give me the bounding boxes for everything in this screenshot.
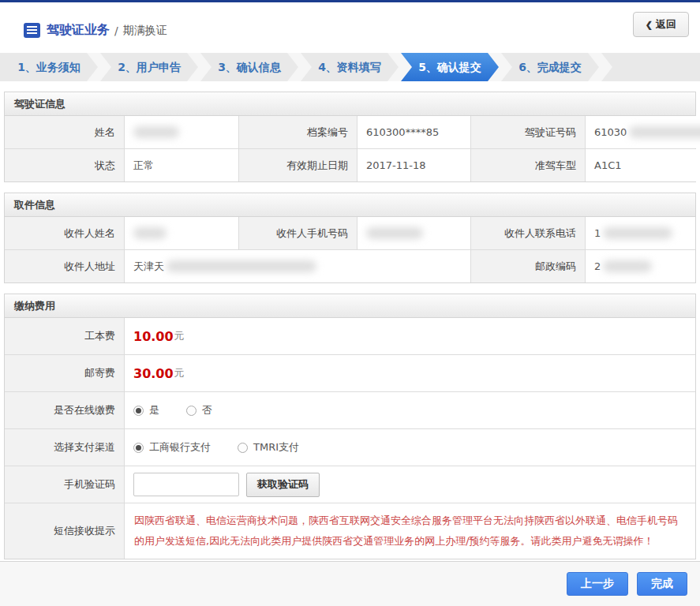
redacted-blur <box>603 260 652 272</box>
recipient-address-label: 收件人地址 <box>5 250 124 282</box>
step-4-fill-data: 4、资料填写 <box>301 53 399 81</box>
status-label: 状态 <box>5 149 124 181</box>
previous-step-button[interactable]: 上一步 <box>567 572 628 596</box>
sms-code-input[interactable] <box>133 473 239 496</box>
redacted-blur <box>133 126 179 138</box>
file-number-value: 610300****85 <box>357 116 470 148</box>
file-number-label: 档案编号 <box>239 116 357 148</box>
license-info-section: 驾驶证信息 姓名 档案编号 610300****85 驾驶证号码 61030 状… <box>4 92 696 182</box>
license-number-value: 61030 <box>586 116 700 148</box>
redacted-blur <box>167 260 316 272</box>
production-fee-amount: 10.00 <box>133 329 174 344</box>
step-6-complete-submit: 6、完成提交 <box>501 53 599 81</box>
step-wizard: 1、业务须知 2、用户申告 3、确认信息 4、资料填写 5、确认提交 6、完成提… <box>0 53 700 81</box>
online-payment-label: 是否在线缴费 <box>5 392 124 428</box>
postage-fee-amount: 30.00 <box>133 366 174 381</box>
sms-code-row: 获取验证码 <box>125 466 695 503</box>
back-button-label: 返回 <box>656 18 676 30</box>
name-value <box>125 116 238 148</box>
recipient-mobile-label: 收件人手机号码 <box>239 217 357 249</box>
recipient-phone-value: 1 <box>586 217 695 249</box>
radio-online-payment-yes[interactable] <box>133 406 144 416</box>
redacted-blur <box>603 227 672 239</box>
status-value: 正常 <box>125 149 238 181</box>
postal-code-value: 2 <box>586 250 695 282</box>
pickup-info-title: 取件信息 <box>5 193 695 217</box>
step-1-business-notice: 1、业务须知 <box>0 53 98 81</box>
redacted-blur <box>366 227 423 239</box>
sms-notice-message: 因陕西省联通、电信运营商技术问题，陕西省互联网交通安全综合服务管理平台无法向持陕… <box>134 511 684 552</box>
radio-channel-icbc-label[interactable]: 工商银行支付 <box>149 440 211 454</box>
production-fee-value: 10.00元 <box>125 318 695 354</box>
get-code-button[interactable]: 获取验证码 <box>246 473 320 497</box>
postage-fee-value: 30.00元 <box>125 355 695 391</box>
back-button[interactable]: ❮返回 <box>633 12 689 37</box>
expiry-date-value: 2017-11-18 <box>357 149 470 181</box>
redacted-blur <box>133 227 167 239</box>
payment-channel-options: 工商银行支付 TMRI支付 <box>125 429 695 466</box>
postal-code-label: 邮政编码 <box>471 250 585 282</box>
recipient-mobile-value <box>357 217 470 249</box>
expiry-date-label: 有效期止日期 <box>239 149 357 181</box>
redacted-blur <box>629 126 700 138</box>
radio-channel-tmri[interactable] <box>238 443 248 453</box>
footer-bar: 上一步 完成 <box>0 561 700 606</box>
radio-channel-icbc[interactable] <box>133 443 144 453</box>
finish-button[interactable]: 完成 <box>637 572 687 596</box>
sms-notice-cell: 因陕西省联通、电信运营商技术问题，陕西省互联网交通安全综合服务管理平台无法向持陕… <box>125 503 695 559</box>
vehicle-class-value: A1C1 <box>586 149 700 181</box>
radio-channel-tmri-label[interactable]: TMRI支付 <box>253 440 299 454</box>
step-3-confirm-info: 3、确认信息 <box>200 53 298 81</box>
fees-title: 缴纳费用 <box>5 294 695 318</box>
postage-fee-label: 邮寄费 <box>5 355 124 391</box>
recipient-address-value: 天津天 <box>125 250 470 282</box>
step-bar-tail <box>601 53 700 81</box>
breadcrumb-separator: / <box>114 24 118 37</box>
list-icon <box>24 23 40 38</box>
step-5-confirm-submit: 5、确认提交 <box>401 53 499 81</box>
sms-code-label: 手机验证码 <box>5 466 124 503</box>
breadcrumb-section: 驾驶证业务 <box>47 22 110 39</box>
payment-channel-label: 选择支付渠道 <box>5 429 124 466</box>
production-fee-label: 工本费 <box>5 318 124 354</box>
pickup-info-section: 取件信息 收件人姓名 收件人手机号码 收件人联系电话 1 收件人地址 天津天 邮… <box>4 193 696 283</box>
license-info-title: 驾驶证信息 <box>5 92 695 116</box>
recipient-name-value <box>125 217 238 249</box>
sms-notice-label: 短信接收提示 <box>5 503 124 559</box>
radio-online-payment-yes-label[interactable]: 是 <box>149 403 159 417</box>
vehicle-class-label: 准驾车型 <box>471 149 585 181</box>
recipient-phone-label: 收件人联系电话 <box>471 217 585 249</box>
recipient-name-label: 收件人姓名 <box>5 217 124 249</box>
radio-online-payment-no[interactable] <box>186 406 197 416</box>
fees-section: 缴纳费用 工本费 10.00元 邮寄费 30.00元 是否在线缴费 是 否 选择… <box>4 294 696 559</box>
radio-online-payment-no-label[interactable]: 否 <box>202 403 212 417</box>
back-chevron-icon: ❮ <box>646 20 653 29</box>
production-fee-unit: 元 <box>174 329 185 343</box>
license-number-label: 驾驶证号码 <box>471 116 585 148</box>
breadcrumb-current: 期满换证 <box>123 24 167 38</box>
online-payment-options: 是 否 <box>125 392 695 428</box>
step-2-user-declaration: 2、用户申告 <box>100 53 198 81</box>
postage-fee-unit: 元 <box>174 366 185 380</box>
page-header: 驾驶证业务 / 期满换证 ❮返回 <box>0 2 700 46</box>
name-label: 姓名 <box>5 116 124 148</box>
